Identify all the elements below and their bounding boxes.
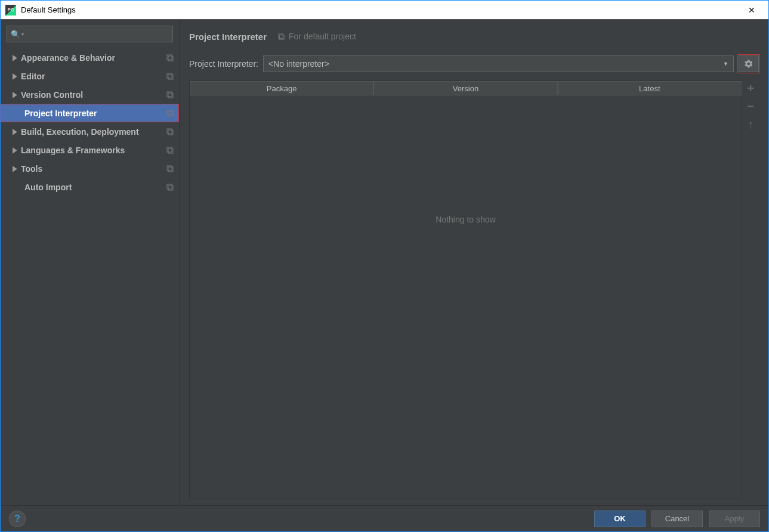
table-empty-state: Nothing to show	[190, 95, 742, 499]
svg-rect-13	[168, 167, 173, 172]
close-button[interactable]: ✕	[740, 1, 764, 19]
apply-button[interactable]: Apply	[709, 511, 760, 527]
sidebar-item-editor[interactable]: ▶ Editor	[1, 67, 179, 85]
svg-rect-3	[168, 75, 173, 79]
svg-rect-12	[167, 166, 172, 171]
cancel-button[interactable]: Cancel	[651, 511, 703, 527]
breadcrumb: Project Interpreter For default project	[189, 28, 759, 45]
svg-rect-1	[168, 56, 173, 61]
copy-icon	[166, 91, 174, 99]
breadcrumb-subtitle: For default project	[277, 32, 356, 41]
interpreter-row: Project Interpreter: <No interpreter> ▼	[189, 55, 759, 72]
column-header-latest[interactable]: Latest	[558, 81, 742, 95]
svg-rect-0	[167, 55, 172, 60]
ok-button[interactable]: OK	[594, 511, 646, 527]
settings-tree: ▶ Appearance & Behavior ▶ Editor ▶ Versi…	[1, 46, 179, 196]
svg-rect-8	[167, 129, 172, 134]
svg-rect-2	[167, 73, 172, 78]
copy-icon	[166, 72, 174, 81]
copy-icon	[166, 54, 174, 62]
sidebar-item-label: Auto Import	[24, 183, 166, 192]
copy-icon	[166, 109, 174, 117]
sidebar-item-label: Editor	[21, 72, 166, 81]
copy-icon	[166, 183, 174, 191]
svg-rect-4	[167, 92, 172, 97]
chevron-right-icon: ▶	[13, 127, 21, 136]
svg-rect-7	[168, 112, 173, 116]
svg-rect-6	[167, 110, 172, 115]
sidebar-item-label: Tools	[21, 164, 166, 174]
add-package-button[interactable]: +	[747, 82, 754, 95]
remove-package-button[interactable]: −	[747, 100, 754, 113]
sidebar-item-label: Version Control	[21, 90, 166, 100]
chevron-down-icon: ▼	[723, 61, 728, 67]
copy-icon	[277, 33, 285, 41]
svg-rect-17	[280, 35, 284, 39]
chevron-right-icon: ▶	[13, 53, 21, 62]
copy-icon	[166, 146, 174, 154]
sidebar-item-label: Project Interpreter	[24, 109, 166, 118]
sidebar-item-project-interpreter[interactable]: Project Interpreter	[1, 104, 179, 122]
interpreter-label: Project Interpreter:	[189, 59, 258, 69]
sidebar-item-appearance[interactable]: ▶ Appearance & Behavior	[1, 48, 179, 67]
table-header: Package Version Latest	[190, 81, 742, 95]
copy-icon	[166, 165, 174, 173]
sidebar-item-version-control[interactable]: ▶ Version Control	[1, 85, 179, 104]
sidebar-item-label: Build, Execution, Deployment	[21, 127, 166, 137]
interpreter-settings-button[interactable]	[739, 55, 759, 72]
column-header-version[interactable]: Version	[373, 81, 557, 95]
dialog-footer: ? OK Cancel Apply	[1, 505, 768, 531]
sidebar-item-label: Appearance & Behavior	[21, 53, 166, 63]
svg-rect-16	[279, 33, 283, 38]
sidebar-item-languages[interactable]: ▶ Languages & Frameworks	[1, 141, 179, 159]
sidebar-item-label: Languages & Frameworks	[21, 146, 166, 155]
svg-rect-10	[167, 147, 172, 152]
chevron-right-icon: ▶	[13, 90, 21, 99]
chevron-down-icon: ▾	[21, 32, 24, 37]
sidebar-item-auto-import[interactable]: Auto Import	[1, 178, 179, 196]
gear-icon	[744, 59, 753, 69]
svg-rect-5	[168, 93, 173, 98]
chevron-right-icon: ▶	[13, 146, 21, 154]
svg-rect-9	[168, 130, 173, 135]
interpreter-value: <No interpreter>	[268, 59, 723, 69]
svg-rect-15	[168, 185, 173, 190]
search-input[interactable]: 🔍 ▾	[7, 26, 173, 42]
sidebar-item-build[interactable]: ▶ Build, Execution, Deployment	[1, 122, 179, 141]
search-icon: 🔍	[11, 30, 20, 39]
copy-icon	[166, 128, 174, 136]
chevron-right-icon: ▶	[13, 72, 21, 81]
column-header-package[interactable]: Package	[190, 81, 373, 95]
window-title: Default Settings	[21, 5, 740, 14]
svg-rect-11	[168, 149, 173, 153]
page-title: Project Interpreter	[189, 32, 267, 42]
sidebar: 🔍 ▾ ▶ Appearance & Behavior ▶ Editor ▶ V…	[1, 20, 180, 505]
upgrade-package-button[interactable]: ↑	[748, 117, 753, 131]
app-icon: PC	[5, 5, 16, 16]
help-button[interactable]: ?	[9, 511, 26, 527]
svg-rect-14	[167, 184, 172, 189]
titlebar: PC Default Settings ✕	[1, 1, 768, 20]
interpreter-dropdown[interactable]: <No interpreter> ▼	[263, 55, 734, 72]
chevron-right-icon: ▶	[13, 164, 21, 173]
packages-table: Package Version Latest Nothing to show	[189, 81, 742, 499]
sidebar-item-tools[interactable]: ▶ Tools	[1, 159, 179, 178]
content-panel: Project Interpreter For default project …	[180, 20, 768, 505]
package-actions: + − ↑	[742, 81, 759, 499]
